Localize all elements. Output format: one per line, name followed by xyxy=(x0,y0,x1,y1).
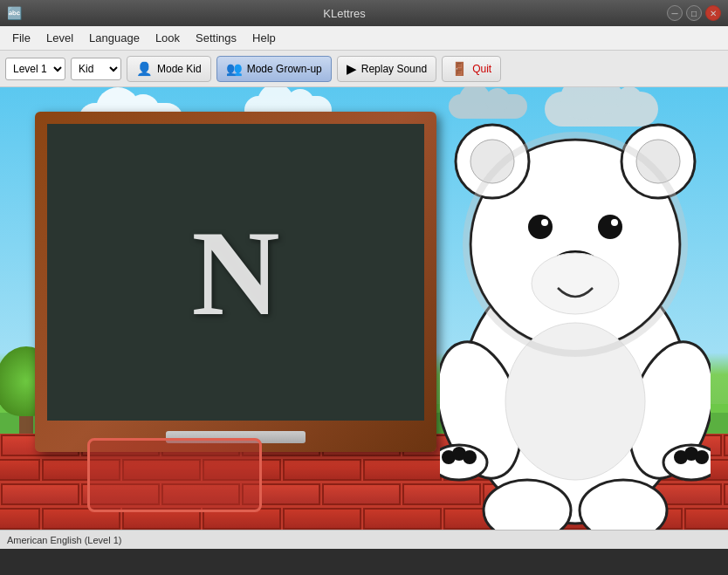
board-letter: N xyxy=(191,202,279,343)
menu-look[interactable]: Look xyxy=(148,29,187,47)
minimize-button[interactable]: ─ xyxy=(667,5,683,21)
bear-svg xyxy=(440,113,711,530)
game-area: N xyxy=(0,87,728,530)
mode-grownup-icon: 👥 xyxy=(226,61,243,77)
mode-kid-label: Mode Kid xyxy=(157,63,202,75)
mode-kid-icon: 👤 xyxy=(136,61,153,77)
menu-help[interactable]: Help xyxy=(245,29,283,47)
toolbar: Level 1 Level 2 Level 3 Level 4 Kid Adul… xyxy=(0,51,728,87)
titlebar-icon: 🔤 xyxy=(7,6,22,20)
mode-grownup-button[interactable]: 👥 Mode Grown-up xyxy=(216,56,332,82)
menu-file[interactable]: File xyxy=(5,29,38,47)
maximize-button[interactable]: □ xyxy=(686,5,702,21)
bear-character xyxy=(440,113,711,530)
quit-label: Quit xyxy=(472,63,491,75)
quit-icon: 🚪 xyxy=(451,61,468,77)
svg-point-22 xyxy=(505,323,645,480)
close-button[interactable]: ✕ xyxy=(705,5,721,21)
replay-sound-button[interactable]: ▶ Replay Sound xyxy=(337,56,436,82)
svg-point-8 xyxy=(541,219,548,226)
titlebar-title: KLettres xyxy=(22,7,667,20)
statusbar-text: American English (Level 1) xyxy=(7,535,121,545)
svg-point-16 xyxy=(463,450,477,464)
replay-sound-icon: ▶ xyxy=(347,61,357,77)
board-frame: N xyxy=(35,112,436,452)
menubar: File Level Language Look Settings Help xyxy=(0,26,728,51)
menu-level[interactable]: Level xyxy=(39,29,80,47)
svg-point-9 xyxy=(611,219,618,226)
mode-kid-button[interactable]: 👤 Mode Kid xyxy=(127,56,211,82)
menu-language[interactable]: Language xyxy=(82,29,147,47)
titlebar: 🔤 KLettres ─ □ ✕ xyxy=(0,0,728,26)
level-select[interactable]: Level 1 Level 2 Level 3 Level 4 xyxy=(5,58,65,80)
svg-point-6 xyxy=(528,215,553,239)
chalkboard: N xyxy=(35,112,436,452)
statusbar: American English (Level 1) xyxy=(0,530,728,549)
replay-sound-label: Replay Sound xyxy=(361,63,427,75)
board-inner: N xyxy=(47,124,424,421)
language-select[interactable]: Kid Adult xyxy=(71,58,121,80)
menu-settings[interactable]: Settings xyxy=(189,29,244,47)
svg-point-24 xyxy=(580,480,667,530)
quit-button[interactable]: 🚪 Quit xyxy=(442,56,501,82)
answer-input-area[interactable] xyxy=(87,438,262,512)
svg-point-23 xyxy=(484,480,571,530)
mode-grownup-label: Mode Grown-up xyxy=(247,63,322,75)
svg-point-7 xyxy=(598,215,622,239)
svg-point-21 xyxy=(695,450,709,464)
titlebar-controls: ─ □ ✕ xyxy=(667,5,721,21)
svg-point-11 xyxy=(532,253,619,314)
